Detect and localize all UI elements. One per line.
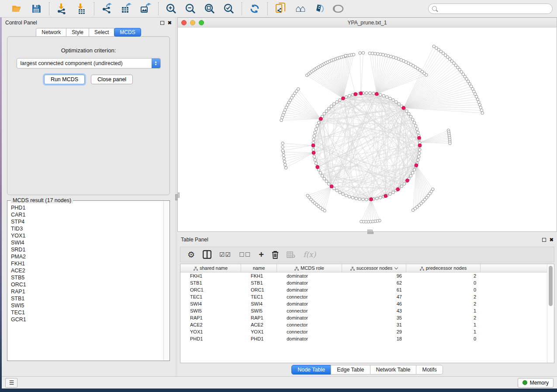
cell-shared-name: ACE2 <box>180 322 241 327</box>
cell-successor-nodes: 46 <box>342 301 406 306</box>
export-network-icon[interactable] <box>100 3 114 15</box>
status-bar: ☰ Memory <box>2 376 557 389</box>
tab-mcds[interactable]: MCDS <box>114 28 141 37</box>
float-panel-icon[interactable] <box>542 238 546 242</box>
zoom-out-icon[interactable] <box>184 3 197 15</box>
table-row[interactable]: RAP1RAP1dominator352 <box>180 314 547 321</box>
table-row[interactable]: STB1STB1dominator620 <box>180 279 547 286</box>
cell-name: STB1 <box>241 280 277 285</box>
window-maximize-icon[interactable] <box>199 20 204 25</box>
mcds-result-node[interactable]: TID3 <box>11 225 163 232</box>
network-graph[interactable] <box>178 28 557 232</box>
mcds-result-node[interactable]: PHD1 <box>11 204 163 211</box>
table-body: FKH1FKH1dominator962STB1STB1dominator620… <box>180 272 547 342</box>
table-row[interactable]: PHD1PHD1dominator180 <box>180 335 547 342</box>
column-header-shared-name[interactable]: shared name <box>180 264 241 272</box>
cell-predecessor-nodes: 0 <box>406 280 481 285</box>
open-file-icon[interactable] <box>10 3 24 15</box>
mcds-result-node[interactable]: ACE2 <box>11 267 163 274</box>
search-network-icon[interactable]: ⌂⌂ <box>293 3 306 15</box>
save-session-icon[interactable] <box>30 3 43 15</box>
cell-MCDS-role: dominator <box>277 280 342 285</box>
close-panel-icon[interactable]: ✖ <box>550 237 554 242</box>
run-mcds-button[interactable]: Run MCDS <box>44 75 85 84</box>
label-visibility-icon[interactable] <box>312 3 325 15</box>
mcds-result-node[interactable]: PMA2 <box>11 253 163 260</box>
mcds-result-node[interactable]: CAR1 <box>11 211 163 218</box>
delete-column-trash-icon[interactable] <box>272 251 279 259</box>
zoom-in-icon[interactable] <box>165 3 178 15</box>
column-header-name[interactable]: name <box>241 264 277 272</box>
search-input[interactable] <box>439 6 549 12</box>
result-list-scrollbar[interactable] <box>163 201 170 361</box>
canvas-left-grip[interactable] <box>177 193 180 198</box>
mcds-result-node[interactable]: YOX1 <box>11 232 163 239</box>
mcds-result-node[interactable]: ORC1 <box>11 281 163 288</box>
cell-shared-name: ORC1 <box>180 287 241 292</box>
tab-edge-table[interactable]: Edge Table <box>331 365 370 375</box>
mcds-result-group: MCDS result (17 nodes) PHD1CAR1STP4TID3Y… <box>7 200 170 361</box>
hierarchy-icon <box>194 266 198 270</box>
tab-select[interactable]: Select <box>89 28 114 37</box>
cell-predecessor-nodes: 1 <box>406 322 481 327</box>
splitter-grip[interactable] <box>367 232 374 234</box>
export-image-icon[interactable] <box>139 3 152 15</box>
memory-status-icon <box>522 380 527 385</box>
tab-network-table[interactable]: Network Table <box>370 365 417 375</box>
select-all-checkboxes-icon[interactable]: ☑☑ <box>219 251 231 258</box>
close-panel-icon[interactable]: ✖ <box>168 21 172 25</box>
table-row[interactable]: YOX1YOX1connector291 <box>180 328 547 335</box>
table-row[interactable]: ACE2ACE2connector311 <box>180 321 547 328</box>
tab-network[interactable]: Network <box>36 28 66 37</box>
refresh-icon[interactable] <box>248 3 261 15</box>
mcds-result-node[interactable]: STB1 <box>11 295 163 302</box>
table-row[interactable]: FKH1FKH1dominator962 <box>180 272 547 279</box>
mcds-result-node[interactable]: STP4 <box>11 218 163 225</box>
column-header-successor-nodes[interactable]: successor nodes <box>342 264 406 272</box>
mcds-result-node[interactable]: RAP1 <box>11 288 163 295</box>
table-toolbar: ⚙ ☑☑ ☐☐ + f(x) <box>180 247 554 262</box>
tab-node-table[interactable]: Node Table <box>291 365 331 375</box>
import-network-icon[interactable] <box>55 3 69 15</box>
mcds-result-node[interactable]: SWI5 <box>11 302 163 309</box>
optimization-criterion-select[interactable]: largest connected component (undirected)… <box>17 58 161 69</box>
export-table-icon[interactable] <box>120 3 133 15</box>
zoom-fit-icon[interactable] <box>203 3 216 15</box>
add-column-icon[interactable]: + <box>259 250 264 259</box>
window-close-icon[interactable] <box>181 20 187 25</box>
float-panel-icon[interactable] <box>160 21 164 25</box>
window-minimize-icon[interactable] <box>190 20 195 25</box>
show-column-icon[interactable] <box>203 250 211 259</box>
table-options-gear-icon[interactable]: ⚙ <box>187 251 195 259</box>
table-row[interactable]: SWI4SWI4dominator462 <box>180 300 547 307</box>
mcds-result-node[interactable]: TEC1 <box>11 309 163 316</box>
close-panel-button[interactable]: Close panel <box>91 75 133 84</box>
memory-button[interactable]: Memory <box>518 378 554 388</box>
horizontal-splitter[interactable] <box>177 232 557 234</box>
table-row[interactable]: SWI5SWI5connector431 <box>180 307 547 314</box>
table-scrollbar-thumb[interactable] <box>549 266 553 306</box>
mcds-result-node[interactable]: FKH1 <box>11 260 163 267</box>
mcds-result-node[interactable]: SRD1 <box>11 246 163 253</box>
cell-name: FKH1 <box>241 273 277 279</box>
column-header-MCDS-role[interactable]: MCDS role <box>277 264 342 272</box>
hide-selected-eye-icon[interactable] <box>332 3 345 15</box>
hierarchy-icon <box>350 266 355 270</box>
tab-style[interactable]: Style <box>66 28 89 37</box>
mcds-result-node[interactable]: GCR1 <box>11 316 163 323</box>
table-row[interactable]: TEC1TEC1connector472 <box>180 293 547 300</box>
cell-successor-nodes: 61 <box>342 287 406 292</box>
mcds-result-node[interactable]: STB5 <box>11 274 163 281</box>
task-history-button[interactable]: ☰ <box>5 378 17 388</box>
table-scrollbar[interactable] <box>547 264 554 363</box>
zoom-selected-icon[interactable] <box>222 3 235 15</box>
table-row[interactable]: ORC1ORC1dominator610 <box>180 286 547 293</box>
import-table-icon[interactable] <box>75 3 88 15</box>
new-network-from-selection-icon[interactable] <box>274 3 287 15</box>
network-view-canvas[interactable] <box>177 27 557 232</box>
search-field[interactable] <box>428 3 553 14</box>
deselect-all-checkboxes-icon[interactable]: ☐☐ <box>239 251 251 258</box>
mcds-result-node[interactable]: SWI4 <box>11 239 163 246</box>
tab-motifs[interactable]: Motifs <box>416 365 443 375</box>
column-header-predecessor-nodes[interactable]: predecessor nodes <box>406 264 481 272</box>
